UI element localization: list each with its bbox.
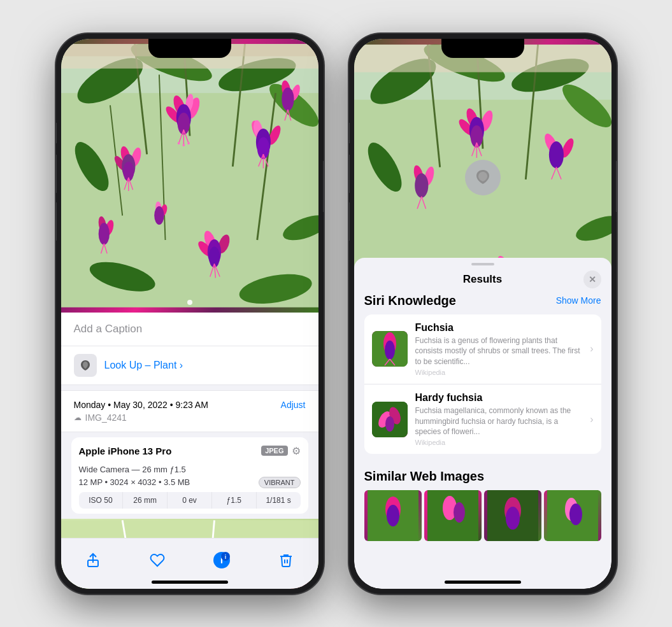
svg-point-122 [385, 416, 394, 432]
results-panel: Results ✕ Siri Knowledge Show More [354, 258, 611, 589]
jpeg-badge: JPEG [261, 446, 287, 456]
close-button[interactable]: ✕ [583, 271, 601, 288]
svg-text:i: i [225, 554, 227, 560]
leaf-icon [79, 359, 92, 372]
share-icon [85, 553, 101, 568]
volume-down-button-2 [349, 202, 350, 241]
svg-point-125 [387, 505, 399, 526]
fuchsia-text: Fuchsia Fuchsia is a genus of flowering … [415, 322, 583, 376]
fuchsia-thumbnail [372, 331, 408, 367]
svg-point-102 [415, 173, 428, 197]
flower-photo-1[interactable] [61, 39, 318, 313]
adjust-button[interactable]: Adjust [281, 400, 306, 410]
results-header: Results ✕ [354, 265, 611, 293]
screen-1: Add a Caption Look Up – Plant › [61, 39, 318, 589]
hardy-source: Wikipedia [415, 439, 583, 446]
exif-row: ISO 50 26 mm 0 ev ƒ1.5 1/181 s [79, 492, 301, 509]
siri-section-header: Siri Knowledge Show More [364, 293, 601, 308]
camera-badges: JPEG ⚙ [261, 445, 300, 457]
hardy-chevron: › [590, 414, 593, 425]
lookup-chevron: › [180, 360, 183, 370]
fuchsia-source: Wikipedia [415, 369, 583, 376]
lookup-row[interactable]: Look Up – Plant › [61, 346, 318, 385]
favorite-button[interactable] [148, 551, 166, 569]
share-button[interactable] [84, 551, 102, 569]
visual-lookup-icon [473, 167, 493, 188]
exif-focal: 26 mm [123, 492, 168, 509]
power-button-2 [616, 161, 617, 212]
similar-image-3[interactable] [484, 490, 541, 541]
resolution-text: 12 MP • 3024 × 4032 • 3.5 MB [79, 477, 190, 487]
notch-2 [441, 39, 524, 58]
hardy-thumbnail [372, 402, 408, 437]
camera-name: Apple iPhone 13 Pro [79, 446, 172, 456]
heart-icon [150, 553, 165, 568]
location-row: ☁ IMG_4241 [74, 412, 306, 423]
fuchsia-chevron: › [590, 343, 593, 355]
date-section: Monday • May 30, 2022 • 9:23 AM Adjust ☁… [61, 390, 318, 432]
sim1-svg [364, 490, 422, 541]
trash-icon [278, 553, 294, 568]
similar-image-2[interactable] [424, 490, 482, 541]
phone-1-screen: Add a Caption Look Up – Plant › [61, 39, 318, 589]
svg-point-64 [154, 206, 164, 225]
phone-1: Add a Caption Look Up – Plant › [56, 34, 324, 594]
cloud-icon: ☁ [74, 413, 82, 422]
home-indicator-1 [152, 581, 228, 584]
svg-point-128 [454, 502, 465, 523]
svg-point-46 [98, 223, 109, 245]
svg-point-107 [548, 141, 563, 168]
exif-shutter: 1/181 s [257, 492, 301, 509]
svg-point-131 [506, 507, 520, 530]
show-more-button[interactable]: Show More [556, 295, 601, 306]
lookup-label: Look Up – Plant › [104, 360, 183, 371]
similar-image-4[interactable] [544, 490, 601, 541]
similar-section-header: Similar Web Images [364, 469, 601, 484]
hardy-desc: Fuchsia magellanica, commonly known as t… [415, 405, 583, 437]
date-text: Monday • May 30, 2022 • 9:23 AM [74, 400, 208, 410]
fuchsia-name: Fuchsia [415, 322, 583, 334]
svg-point-134 [569, 504, 582, 525]
resolution-row: 12 MP • 3024 × 4032 • 3.5 MB VIBRANT [79, 477, 301, 488]
fuchsia-thumb-svg [372, 331, 408, 367]
exif-iso: ISO 50 [79, 492, 124, 509]
siri-knowledge-section: Siri Knowledge Show More [354, 293, 611, 462]
volume-down-button [56, 202, 57, 241]
caption-placeholder: Add a Caption [74, 323, 143, 335]
sim4-svg [544, 490, 601, 541]
camera-header: Apple iPhone 13 Pro JPEG ⚙ [71, 437, 308, 460]
close-icon: ✕ [589, 274, 596, 285]
filename-text: IMG_4241 [85, 412, 127, 423]
results-title: Results [463, 273, 502, 286]
knowledge-item-hardy[interactable]: Hardy fuchsia Fuchsia magellanica, commo… [364, 384, 601, 454]
similar-images-row [364, 490, 601, 541]
fuchsia-desc: Fuchsia is a genus of flowering plants t… [415, 335, 583, 367]
siri-section-title: Siri Knowledge [364, 293, 456, 308]
exif-aperture: ƒ1.5 [212, 492, 257, 509]
lookup-icon [74, 354, 97, 377]
hardy-thumb-svg [372, 402, 408, 437]
date-row: Monday • May 30, 2022 • 9:23 AM Adjust [74, 400, 306, 410]
page-dot-1 [187, 300, 192, 305]
camera-details: Wide Camera — 26 mm ƒ1.5 12 MP • 3024 × … [71, 465, 308, 514]
knowledge-item-fuchsia[interactable]: Fuchsia Fuchsia is a genus of flowering … [364, 314, 601, 384]
svg-point-26 [182, 143, 185, 146]
info-icon: i i [213, 551, 231, 569]
visual-lookup-button[interactable] [465, 160, 501, 195]
exif-ev: 0 ev [168, 492, 212, 509]
volume-up-button [56, 155, 57, 193]
phones-container: Add a Caption Look Up – Plant › [56, 34, 617, 594]
svg-point-59 [282, 87, 294, 111]
sim2-svg [424, 490, 482, 541]
phone-2-screen: Results ✕ Siri Knowledge Show More [354, 39, 611, 589]
delete-button[interactable] [277, 551, 295, 569]
info-button[interactable]: i i [213, 551, 231, 569]
caption-area[interactable]: Add a Caption [61, 313, 318, 346]
lookup-subject: Plant [154, 360, 176, 370]
home-indicator-2 [445, 581, 521, 584]
hardy-name: Hardy fuchsia [415, 392, 583, 404]
phone-2: Results ✕ Siri Knowledge Show More [349, 34, 617, 594]
similar-section-title: Similar Web Images [364, 469, 485, 484]
notch-1 [148, 39, 231, 58]
similar-image-1[interactable] [364, 490, 422, 541]
